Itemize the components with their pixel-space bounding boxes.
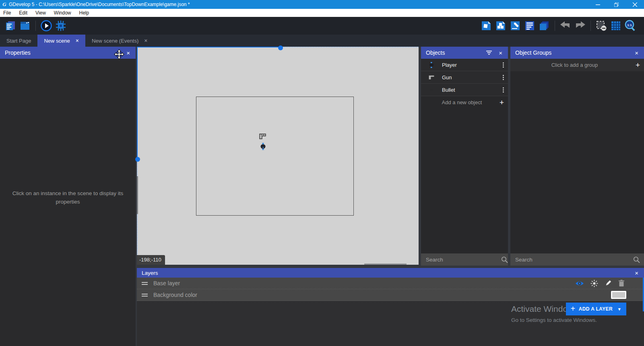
zoom-reset-button[interactable]: 1:1 xyxy=(624,20,636,32)
gun-instance[interactable] xyxy=(259,134,266,140)
layer-row-base[interactable]: Base layer xyxy=(137,278,644,289)
add-object-label: Add a new object xyxy=(421,99,495,105)
title-bar: G GDevelop 5 - C:\Users\Sparkle\OneDrive… xyxy=(0,0,644,9)
layer-row-background-color[interactable]: Background color xyxy=(137,289,644,301)
toolbar-separator xyxy=(590,21,591,31)
menu-file[interactable]: File xyxy=(0,9,15,17)
object-groups-panel: Object Groups × Click to add a group + xyxy=(510,47,644,266)
objects-panel-icon xyxy=(481,20,492,31)
plus-icon: + xyxy=(495,98,508,107)
tab-new-scene[interactable]: New scene × xyxy=(37,35,85,47)
canvas-hscroll-track xyxy=(283,47,419,47)
object-groups-panel-header[interactable]: Object Groups × xyxy=(510,47,644,59)
gun-thumbnail-icon xyxy=(421,75,442,80)
properties-empty-message: Click on an instance in the scene to dis… xyxy=(10,189,126,206)
object-groups-close-button[interactable]: × xyxy=(634,49,639,56)
tab-label: New scene (Events) xyxy=(92,38,138,44)
properties-close-button[interactable]: × xyxy=(126,49,131,56)
redo-icon xyxy=(574,21,586,31)
svg-text:1:1: 1:1 xyxy=(627,23,632,27)
close-button[interactable] xyxy=(625,0,644,9)
instances-list-icon xyxy=(524,20,535,31)
grid-button[interactable] xyxy=(610,20,622,32)
object-menu-button[interactable] xyxy=(499,87,508,93)
minimize-icon xyxy=(596,2,600,7)
tab-new-scene-events[interactable]: New scene (Events) × xyxy=(85,35,154,47)
drag-handle-icon[interactable] xyxy=(137,294,153,297)
tab-close-icon[interactable]: × xyxy=(76,37,79,44)
layer-effects-icon[interactable] xyxy=(590,280,598,287)
project-manager-button[interactable] xyxy=(4,20,17,32)
clear-selection-button[interactable] xyxy=(595,20,607,32)
layers-panel: Layers × Base layer xyxy=(137,268,644,346)
add-group-button[interactable]: Click to add a group + xyxy=(510,59,644,71)
objects-search-input[interactable] xyxy=(421,257,497,263)
tab-start-page[interactable]: Start Page xyxy=(0,35,37,47)
canvas-vscroll-line xyxy=(137,47,138,159)
debug-button[interactable] xyxy=(55,20,67,32)
plus-icon: + xyxy=(566,304,579,314)
object-name: Gun xyxy=(442,74,499,80)
undo-icon xyxy=(560,21,571,31)
object-row-gun[interactable]: Gun xyxy=(421,71,508,84)
menu-view[interactable]: View xyxy=(31,9,50,17)
object-menu-button[interactable] xyxy=(499,75,508,80)
layers-panel-icon xyxy=(539,20,550,31)
menu-help[interactable]: Help xyxy=(75,9,93,17)
toolbar-separator xyxy=(555,21,555,31)
canvas-bottom-scroll-thumb[interactable] xyxy=(364,264,407,265)
tab-close-icon[interactable]: × xyxy=(144,37,147,44)
add-group-label: Click to add a group xyxy=(510,62,632,68)
object-name: Bullet xyxy=(442,87,499,93)
open-objects-panel-button[interactable] xyxy=(480,20,492,32)
object-row-player[interactable]: Player xyxy=(421,59,508,71)
edit-layer-pencil-icon[interactable] xyxy=(605,280,612,287)
open-object-groups-panel-button[interactable] xyxy=(495,20,507,32)
objects-close-button[interactable]: × xyxy=(498,49,503,56)
canvas-hscroll-thumb[interactable] xyxy=(278,45,283,50)
restore-icon xyxy=(614,2,619,7)
preview-play-button[interactable] xyxy=(40,20,52,32)
restore-button[interactable] xyxy=(607,0,625,9)
clear-selection-icon xyxy=(596,20,607,31)
drag-handle-icon[interactable] xyxy=(137,282,153,285)
start-page-button[interactable] xyxy=(19,20,31,32)
menu-edit[interactable]: Edit xyxy=(15,9,31,17)
visibility-eye-icon[interactable] xyxy=(575,280,584,286)
search-icon xyxy=(497,256,512,263)
scene-canvas[interactable]: -198;-110 xyxy=(137,47,419,265)
minimize-button[interactable] xyxy=(588,0,607,9)
caret-down-icon[interactable]: ▾ xyxy=(613,307,626,312)
play-icon xyxy=(40,20,52,32)
move-cursor-icon xyxy=(114,49,124,60)
menu-window[interactable]: Window xyxy=(50,9,75,17)
object-row-bullet[interactable]: Bullet xyxy=(421,84,508,96)
add-new-object-button[interactable]: Add a new object + xyxy=(421,96,508,109)
undo-button[interactable] xyxy=(559,20,572,32)
add-layer-button[interactable]: + ADD A LAYER ▾ xyxy=(566,303,626,315)
player-instance[interactable] xyxy=(260,143,266,150)
player-thumbnail-icon xyxy=(421,62,442,68)
layers-panel-header[interactable]: Layers × xyxy=(137,268,644,278)
filter-icon[interactable] xyxy=(486,50,492,55)
object-menu-button[interactable] xyxy=(499,62,508,68)
layers-close-button[interactable]: × xyxy=(634,270,639,276)
background-color-swatch[interactable] xyxy=(611,291,626,299)
open-properties-panel-button[interactable] xyxy=(509,20,521,32)
object-groups-panel-icon xyxy=(495,20,506,31)
gdevelop-logo-icon: G xyxy=(0,1,9,8)
redo-button[interactable] xyxy=(574,20,586,32)
properties-scrollbar-thumb[interactable] xyxy=(137,176,138,214)
cursor-coordinates-badge: -198;-110 xyxy=(137,255,165,265)
search-icon xyxy=(629,256,644,263)
window-controls xyxy=(588,0,644,9)
canvas-vscroll-thumb[interactable] xyxy=(135,157,140,162)
object-name: Player xyxy=(442,62,499,68)
open-instances-list-button[interactable] xyxy=(524,20,536,32)
close-icon xyxy=(633,2,637,7)
objects-panel-header[interactable]: Objects × xyxy=(421,47,508,59)
groups-search-input[interactable] xyxy=(510,257,629,263)
plus-icon: + xyxy=(632,61,644,70)
delete-layer-trash-icon[interactable] xyxy=(618,280,625,287)
open-layers-panel-button[interactable] xyxy=(538,20,550,32)
